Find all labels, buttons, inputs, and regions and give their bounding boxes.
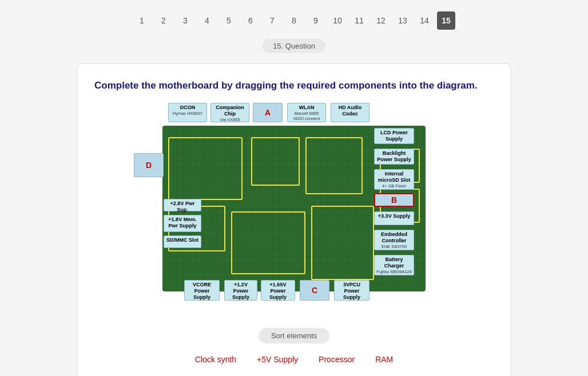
comp-hd-audio: HD Audio Codec [331, 103, 370, 122]
drag-item-5v-supply[interactable]: +5V Supply [253, 353, 301, 367]
comp-dcon: DCON Hymax HX8837 [168, 103, 207, 122]
sort-button[interactable]: Sort elements [259, 328, 329, 343]
card-title: Complete the motherboard by dragging the… [94, 80, 494, 91]
page-num-3[interactable]: 3 [176, 11, 194, 30]
drag-items-container: Clock synth+5V SupplyProcessorRAM [94, 353, 494, 367]
diagram-wrapper: DCON Hymax HX8837 Companion Chip Via VX8… [134, 103, 454, 314]
page-num-10[interactable]: 10 [328, 11, 347, 30]
page-num-1[interactable]: 1 [133, 11, 151, 30]
comp-3v3: +3.3V Supply [374, 211, 414, 225]
comp-battery: Battery Charger Fujitsu MB39A128 [374, 255, 414, 275]
question-label-wrap: 15. Question [0, 39, 588, 53]
comp-vcore: VCORE Power Supply [184, 280, 220, 301]
page-num-12[interactable]: 12 [372, 11, 390, 30]
comp-embedded: Embedded Controller ENE KB3700 [374, 230, 414, 250]
page-num-7[interactable]: 7 [263, 11, 281, 30]
page-num-15[interactable]: 15 [437, 11, 455, 30]
page-num-2[interactable]: 2 [154, 11, 173, 30]
question-card: Complete the motherboard by dragging the… [77, 63, 511, 376]
question-label: 15. Question [263, 39, 325, 53]
page-num-6[interactable]: 6 [241, 11, 260, 30]
page-num-14[interactable]: 14 [415, 11, 434, 30]
page-num-9[interactable]: 9 [307, 11, 325, 30]
drag-item-ram[interactable]: RAM [372, 353, 396, 367]
comp-lcd-power: LCD Power Supply [374, 128, 414, 144]
page-num-4[interactable]: 4 [198, 11, 216, 30]
comp-companion: Companion Chip Via VX855 [210, 103, 249, 122]
comp-2v8: +2.8V Pwr Sup. [164, 199, 201, 211]
page-num-13[interactable]: 13 [394, 11, 412, 30]
zone-1 [168, 137, 243, 200]
comp-1v2: +1.2V Power Supply [224, 280, 257, 301]
comp-backlight: Backlight Power Supply [374, 149, 414, 165]
comp-wlan: WLAN Marvell 8685 SDIO connect [287, 103, 326, 122]
zone-5 [231, 211, 305, 274]
page-num-11[interactable]: 11 [350, 11, 368, 30]
comp-slot-b[interactable]: B [374, 193, 414, 207]
zone-6 [311, 206, 374, 280]
sort-btn-wrap: Sort elements [94, 328, 494, 343]
comp-slot-d[interactable]: D [134, 153, 164, 177]
diagram-container: DCON Hymax HX8837 Companion Chip Via VX8… [94, 103, 494, 314]
drag-item-processor[interactable]: Processor [315, 353, 358, 367]
page-num-8[interactable]: 8 [285, 11, 303, 30]
comp-1v8: +1.8V Mem. Pwr Supply [164, 215, 201, 232]
comp-3vpcu: 3VPCU Power Supply [334, 280, 370, 301]
pagination: 123456789101112131415 [0, 0, 588, 39]
zone-3 [305, 137, 363, 194]
zone-2 [251, 137, 300, 186]
page-num-5[interactable]: 5 [220, 11, 238, 30]
comp-slot-a[interactable]: A [253, 103, 283, 122]
comp-microsd: Internal microSD Slot 4+ GB Flash [374, 169, 414, 190]
comp-slot-c[interactable]: C [300, 280, 329, 301]
comp-1v65: +1.65V Power Supply [261, 280, 295, 301]
drag-item-clock-synth[interactable]: Clock synth [192, 353, 240, 367]
comp-sdmmc: SD/MMC Slot [164, 235, 201, 248]
